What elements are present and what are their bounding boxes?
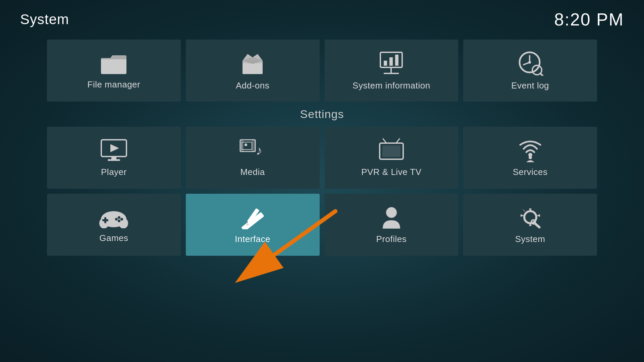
file-manager-label: File manager bbox=[88, 79, 141, 90]
svg-point-41 bbox=[118, 220, 120, 222]
header: System 8:20 PM bbox=[0, 0, 644, 29]
tile-system-information[interactable]: System information bbox=[325, 40, 459, 102]
tile-media[interactable]: ♪ Media bbox=[186, 127, 320, 189]
svg-point-36 bbox=[119, 218, 128, 228]
svg-point-42 bbox=[115, 218, 118, 221]
svg-text:♪: ♪ bbox=[256, 143, 262, 158]
top-row: File manager Add-ons bbox=[47, 40, 597, 102]
pvr-live-tv-label: PVR & Live TV bbox=[361, 167, 421, 177]
file-manager-icon bbox=[100, 51, 127, 75]
tile-event-log[interactable]: Event log bbox=[463, 40, 597, 102]
services-icon bbox=[517, 138, 544, 162]
interface-icon bbox=[238, 205, 267, 229]
svg-point-26 bbox=[245, 143, 247, 146]
interface-label: Interface bbox=[235, 234, 270, 244]
event-log-icon bbox=[517, 51, 544, 76]
tile-system[interactable]: System bbox=[463, 194, 597, 256]
tile-games[interactable]: Games bbox=[47, 194, 181, 256]
clock: 8:20 PM bbox=[554, 9, 624, 29]
media-icon: ♪ bbox=[238, 138, 267, 162]
system-icon bbox=[517, 205, 544, 229]
svg-rect-29 bbox=[382, 145, 400, 157]
add-ons-icon bbox=[239, 51, 266, 76]
tile-pvr-live-tv[interactable]: PVR & Live TV bbox=[325, 127, 459, 189]
svg-point-48 bbox=[527, 214, 533, 220]
settings-row-1: Player ♪ Media bbox=[47, 127, 597, 189]
svg-point-39 bbox=[118, 216, 120, 219]
svg-rect-8 bbox=[389, 57, 393, 66]
settings-row-2: Games Interface bbox=[47, 194, 597, 256]
svg-line-17 bbox=[540, 73, 543, 76]
profiles-icon bbox=[379, 205, 404, 229]
tile-services[interactable]: Services bbox=[463, 127, 597, 189]
system-information-label: System information bbox=[353, 80, 430, 91]
svg-rect-7 bbox=[384, 61, 387, 66]
page-title: System bbox=[20, 11, 69, 27]
svg-rect-5 bbox=[243, 61, 263, 63]
svg-rect-0 bbox=[101, 58, 126, 74]
system-label: System bbox=[515, 234, 545, 244]
svg-rect-24 bbox=[252, 140, 255, 152]
system-information-icon bbox=[377, 51, 406, 76]
tile-profiles[interactable]: Profiles bbox=[325, 194, 459, 256]
tile-interface[interactable]: Interface bbox=[186, 194, 320, 256]
svg-point-33 bbox=[529, 156, 532, 159]
games-icon bbox=[99, 206, 128, 228]
svg-marker-19 bbox=[110, 144, 119, 152]
tile-player[interactable]: Player bbox=[47, 127, 181, 189]
games-label: Games bbox=[99, 233, 128, 243]
svg-point-46 bbox=[386, 207, 397, 218]
event-log-label: Event log bbox=[511, 80, 549, 91]
svg-rect-21 bbox=[108, 159, 120, 161]
svg-rect-9 bbox=[395, 55, 398, 66]
svg-point-40 bbox=[120, 218, 123, 221]
profiles-label: Profiles bbox=[376, 234, 407, 244]
svg-rect-20 bbox=[111, 157, 116, 159]
add-ons-label: Add-ons bbox=[236, 80, 269, 91]
svg-line-15 bbox=[524, 62, 530, 65]
player-label: Player bbox=[101, 167, 127, 177]
services-label: Services bbox=[513, 167, 548, 177]
main-content: File manager Add-ons bbox=[0, 29, 644, 256]
tile-add-ons[interactable]: Add-ons bbox=[186, 40, 320, 102]
svg-rect-38 bbox=[102, 219, 108, 221]
tile-file-manager[interactable]: File manager bbox=[47, 40, 181, 102]
pvr-live-tv-icon bbox=[377, 138, 406, 162]
settings-section-label: Settings bbox=[47, 108, 597, 121]
media-label: Media bbox=[240, 167, 265, 177]
settings-grid: Player ♪ Media bbox=[47, 127, 597, 256]
player-icon bbox=[100, 138, 128, 162]
